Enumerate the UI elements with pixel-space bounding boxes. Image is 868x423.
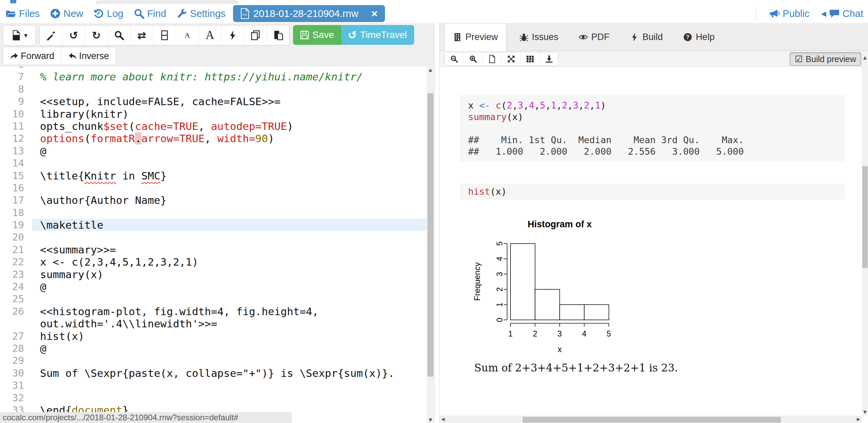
- preview-tab-label: Help: [696, 32, 715, 42]
- status-url-bar: cocalc.com/projects/.../2018-01-28-21090…: [0, 412, 292, 423]
- line-number: 15: [0, 170, 32, 182]
- editor-line-31[interactable]: 31: [0, 379, 427, 391]
- editor-line-13[interactable]: 13@: [0, 145, 427, 157]
- svg-text:3: 3: [558, 329, 562, 338]
- scroll-left-icon[interactable]: ◀: [441, 417, 445, 422]
- editor-line-19[interactable]: 19\maketitle: [0, 219, 427, 231]
- preview-tab-preview[interactable]: Preview: [444, 23, 506, 51]
- editor-line-10[interactable]: 10library(knitr): [0, 108, 427, 120]
- timetravel-button[interactable]: ↺ TimeTravel: [341, 25, 414, 45]
- preview-hscrollbar-thumb[interactable]: [523, 417, 781, 423]
- replace-button[interactable]: ⇄: [130, 25, 153, 45]
- editor-line-6[interactable]: 6: [0, 66, 427, 71]
- undo-icon: ↺: [69, 30, 78, 41]
- split-pane-icon: [159, 30, 170, 40]
- svg-text:5: 5: [495, 242, 504, 246]
- preview-tab-build[interactable]: Build: [627, 23, 666, 51]
- format-wand-button[interactable]: [40, 25, 62, 45]
- editor-line-27[interactable]: 27hist(x): [0, 330, 427, 342]
- line-number: 21: [0, 244, 32, 256]
- svg-text:TeX: TeX: [242, 13, 247, 16]
- editor-line-24[interactable]: 24@: [0, 281, 427, 293]
- nav-item-log[interactable]: Log: [93, 8, 123, 19]
- increase-font-button[interactable]: A: [198, 25, 221, 45]
- fullscreen-button[interactable]: [501, 52, 520, 66]
- editor-scrollbar-thumb[interactable]: [427, 93, 433, 377]
- editor-line-11[interactable]: 11opts_chunk$set(cache=TRUE, autodep=TRU…: [0, 120, 427, 132]
- scroll-right-icon[interactable]: ▶: [857, 417, 860, 422]
- nav-item-find[interactable]: Find: [134, 8, 166, 19]
- public-button[interactable]: Public: [769, 8, 809, 19]
- scroll-up-icon[interactable]: ▲: [427, 67, 434, 72]
- preview-tab-issues[interactable]: Issues: [517, 23, 561, 51]
- save-button[interactable]: Save: [293, 25, 341, 45]
- panel-divider[interactable]: [434, 23, 440, 423]
- editor-line-8[interactable]: 8: [0, 83, 427, 95]
- svg-text:?: ?: [686, 34, 690, 40]
- editor-line-26[interactable]: 26<<histogram-plot, fig.width=4, fig.hei…: [0, 305, 427, 318]
- code-editor[interactable]: 67% learn more about knitr: https://yihu…: [0, 66, 427, 423]
- paste-button[interactable]: [267, 25, 289, 45]
- editor-line-7[interactable]: 7% learn more about knitr: https://yihui…: [0, 71, 427, 83]
- chat-button[interactable]: ◀ Chat: [821, 8, 863, 19]
- fit-page-button[interactable]: [482, 52, 501, 66]
- build-preview-toggle[interactable]: ☑ Build preview: [790, 52, 861, 66]
- zoom-out-button[interactable]: [445, 52, 463, 66]
- eye-icon: [579, 33, 588, 42]
- decrease-font-button[interactable]: A: [176, 25, 198, 45]
- editor-line-21[interactable]: 21<<summary>>=: [0, 244, 427, 256]
- editor-line-16[interactable]: 16: [0, 182, 427, 194]
- editor-line-12[interactable]: 12options(formatR.arrow=TRUE, width=90): [0, 132, 427, 145]
- nav-item-files[interactable]: Files: [5, 8, 40, 19]
- editor-line-25[interactable]: 25: [0, 293, 427, 305]
- editor-line-32[interactable]: 32: [0, 392, 427, 404]
- back-arrow-icon: [68, 52, 77, 60]
- scroll-up-icon[interactable]: ▲: [862, 55, 868, 60]
- preview-tab-label: Build: [642, 32, 663, 42]
- partial-logo: [10, 0, 16, 3]
- editor-line-20[interactable]: 20: [0, 231, 427, 243]
- forward-sync-button[interactable]: Forward: [3, 47, 61, 65]
- undo-button[interactable]: ↺: [62, 25, 85, 45]
- editor-line-23[interactable]: 23summary(x): [0, 268, 427, 281]
- split-view-button[interactable]: [153, 25, 176, 45]
- preview-vscrollbar-thumb[interactable]: [862, 166, 868, 268]
- redo-button[interactable]: ↻: [85, 25, 108, 45]
- nav-item-label: Log: [107, 8, 123, 19]
- preview-vscrollbar[interactable]: ▲ ▼: [862, 54, 868, 416]
- svg-text:2: 2: [495, 287, 504, 292]
- redo-icon: ↻: [92, 30, 101, 41]
- line-number: 8: [0, 83, 32, 95]
- editor-line-29[interactable]: 29: [0, 354, 427, 367]
- inverse-sync-button[interactable]: Inverse: [61, 47, 116, 65]
- editor-line-30[interactable]: 30Sum of \Sexpr{paste(x, collapse="+")} …: [0, 367, 427, 379]
- nav-item-settings[interactable]: Settings: [176, 8, 226, 19]
- editor-line-17[interactable]: 17\author{Author Name}: [0, 194, 427, 206]
- file-tab-active[interactable]: TeX 2018-01-28-210904.rnw ×: [233, 5, 385, 22]
- editor-line-18[interactable]: 18: [0, 207, 427, 219]
- close-icon[interactable]: ×: [371, 8, 378, 19]
- svg-text:x: x: [558, 345, 562, 354]
- editor-line-9[interactable]: 9<<setup, include=FALSE, cache=FALSE>>=: [0, 95, 427, 108]
- editor-line-22[interactable]: 22x <- c(2,3,4,5,1,2,3,2,1): [0, 256, 427, 268]
- zoom-in-button[interactable]: [463, 52, 482, 66]
- thumbnails-button[interactable]: [520, 52, 539, 66]
- save-floppy-icon: [300, 31, 309, 39]
- editor-line-15[interactable]: 15\title{Knitr in SMC}: [0, 170, 427, 182]
- preview-tab-help[interactable]: ?Help: [680, 23, 717, 51]
- editor-line-28[interactable]: 28@: [0, 342, 427, 354]
- editor-scrollbar[interactable]: ▲ ▼: [427, 66, 434, 423]
- preview-hscrollbar[interactable]: ◀ ▶: [440, 416, 862, 423]
- editor-line-wrap[interactable]: out.width='.4\\linewidth'>>=: [0, 318, 427, 330]
- scroll-down-icon[interactable]: ▼: [862, 409, 868, 415]
- find-button[interactable]: [108, 25, 130, 45]
- build-button-small[interactable]: [221, 25, 244, 45]
- file-menu-button[interactable]: ▾: [3, 25, 36, 45]
- scroll-down-icon[interactable]: ▼: [427, 417, 434, 422]
- editor-line-14[interactable]: 14: [0, 157, 427, 169]
- nav-item-new[interactable]: New: [50, 8, 83, 19]
- copy-button[interactable]: [244, 25, 267, 45]
- preview-tab-pdf[interactable]: PDF: [576, 23, 612, 51]
- download-button[interactable]: [539, 52, 558, 66]
- line-number: 16: [0, 182, 32, 194]
